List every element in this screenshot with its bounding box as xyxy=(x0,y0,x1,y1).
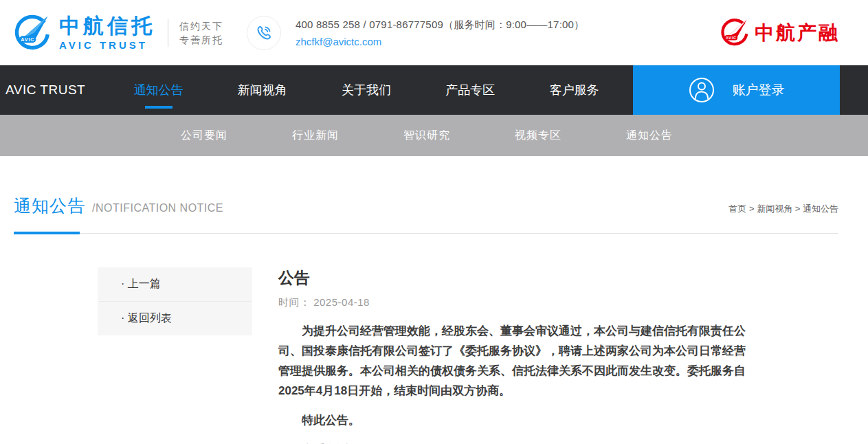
subnav-item-video[interactable]: 视频专区 xyxy=(482,115,594,156)
nav-brand-text: AVIC TRUST xyxy=(5,65,85,115)
nav-items: 通知公告 新闻视角 关于我们 产品专区 客户服务 xyxy=(107,65,626,115)
subnav-item-industry-news[interactable]: 行业新闻 xyxy=(260,115,371,156)
nav-item-about[interactable]: 关于我们 xyxy=(314,65,418,115)
user-icon xyxy=(689,77,715,103)
page-content: 通知公告 /NOTIFICATION NOTICE 首页 > 新闻视角 > 通知… xyxy=(0,156,868,444)
slogan-line2: 专善所托 xyxy=(179,33,223,47)
slogan-line1: 信约天下 xyxy=(179,19,223,33)
breadcrumb[interactable]: 首页 > 新闻视角 > 通知公告 xyxy=(728,203,838,215)
slogan: 信约天下 专善所托 xyxy=(179,19,223,47)
subnav-item-company-news[interactable]: 公司要闻 xyxy=(148,115,260,156)
logo-english-name: AVIC TRUST xyxy=(59,39,155,51)
avic-industry-finance-logo[interactable]: AVIC 中航产融 xyxy=(720,17,840,49)
site-header: AVIC 中航信托 AVIC TRUST 信约天下 专善所托 400 8855 … xyxy=(0,0,868,65)
article-paragraph: 为提升公司经营管理效能，经股东会、董事会审议通过，本公司与建信信托有限责任公司、… xyxy=(278,321,753,401)
account-login-label: 账户登录 xyxy=(733,81,785,99)
article-paragraph: 特此公告。 xyxy=(278,410,753,430)
previous-article-link[interactable]: · 上一篇 xyxy=(98,267,252,301)
svg-text:AVIC: AVIC xyxy=(726,35,737,39)
logo-wordmark: 中航信托 AVIC TRUST xyxy=(59,15,155,51)
partner-logo-text: 中航产融 xyxy=(755,20,840,46)
header-divider xyxy=(168,19,168,47)
title-rule-line xyxy=(14,233,838,234)
article-title: 公告 xyxy=(278,267,753,289)
announcement-article: 公告 时间： 2025-04-18 为提升公司经营管理效能，经股东会、董事会审议… xyxy=(278,267,753,444)
main-navigation: AVIC TRUST 通知公告 新闻视角 关于我们 产品专区 客户服务 账户登录 xyxy=(0,65,868,115)
title-rule-accent xyxy=(14,232,80,234)
phone-icon xyxy=(255,24,273,42)
back-to-list-link[interactable]: · 返回列表 xyxy=(98,302,252,335)
secondary-navigation: 公司要闻 行业新闻 智识研究 视频专区 通知公告 xyxy=(0,115,868,156)
nav-item-news[interactable]: 新闻视角 xyxy=(210,65,314,115)
nav-item-products[interactable]: 产品专区 xyxy=(419,65,522,115)
page-title-en: /NOTIFICATION NOTICE xyxy=(92,202,223,214)
svg-text:AVIC: AVIC xyxy=(21,36,34,42)
nav-item-customer-service[interactable]: 客户服务 xyxy=(522,65,626,115)
article-date-value: 2025-04-18 xyxy=(313,296,370,308)
article-date: 时间： 2025-04-18 xyxy=(278,296,753,309)
avic-roundel-icon: AVIC xyxy=(14,13,51,53)
logo-chinese-name: 中航信托 xyxy=(59,15,155,37)
article-side-nav: · 上一篇 · 返回列表 xyxy=(98,267,252,335)
nav-item-notices[interactable]: 通知公告 xyxy=(107,65,210,115)
article-layout: · 上一篇 · 返回列表 公告 时间： 2025-04-18 为提升公司经营管理… xyxy=(14,267,838,444)
contact-block: 400 8855 258 / 0791-86777509（服务时间：9:00——… xyxy=(247,16,584,50)
service-phone-line: 400 8855 258 / 0791-86777509（服务时间：9:00——… xyxy=(296,19,584,32)
article-date-label: 时间： xyxy=(278,296,311,308)
contact-email-link[interactable]: zhcfkf@avictc.com xyxy=(296,36,584,47)
article-paragraph: 联系电话：0791-86777950 xyxy=(278,440,753,444)
title-rule xyxy=(14,232,838,234)
subnav-item-research[interactable]: 智识研究 xyxy=(371,115,482,156)
subnav-items: 公司要闻 行业新闻 智识研究 视频专区 通知公告 xyxy=(148,115,705,156)
avic-red-roundel-icon: AVIC xyxy=(720,17,749,49)
page-title: 通知公告 xyxy=(14,195,85,217)
subnav-item-notices[interactable]: 通知公告 xyxy=(594,115,705,156)
page-head: 通知公告 /NOTIFICATION NOTICE 首页 > 新闻视角 > 通知… xyxy=(14,156,838,217)
avic-trust-logo[interactable]: AVIC 中航信托 AVIC TRUST xyxy=(14,13,155,53)
phone-circle xyxy=(247,16,281,50)
account-login-button[interactable]: 账户登录 xyxy=(633,65,840,115)
article-body: 为提升公司经营管理效能，经股东会、董事会审议通过，本公司与建信信托有限责任公司、… xyxy=(278,321,753,444)
